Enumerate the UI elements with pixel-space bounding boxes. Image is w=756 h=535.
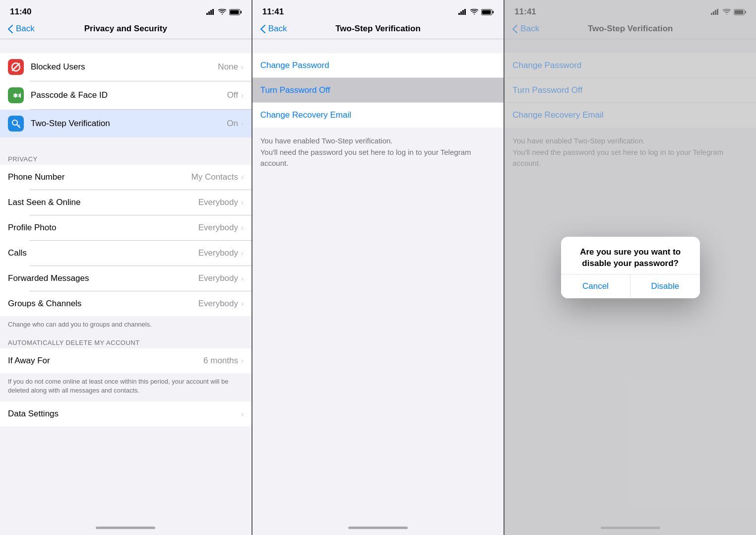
two-step-row[interactable]: Two-Step Verification On › — [0, 110, 252, 137]
groups-footer: Change who can add you to groups and cha… — [0, 316, 252, 335]
phone-number-label: Phone Number — [8, 172, 191, 182]
chevron-phone: › — [241, 173, 244, 181]
last-seen-label: Last Seen & Online — [8, 198, 198, 207]
if-away-row[interactable]: If Away For 6 months › — [0, 348, 252, 373]
forwarded-label: Forwarded Messages — [8, 273, 198, 283]
back-button-panel1[interactable]: Back — [8, 24, 35, 34]
two-step-value: On — [227, 119, 238, 129]
svg-rect-18 — [493, 11, 494, 13]
page-title-panel1: Privacy and Security — [84, 24, 167, 34]
dialog-overlay: Are you sure you want to disable your pa… — [504, 0, 756, 535]
back-label-panel1: Back — [16, 24, 35, 34]
if-away-value: 6 months — [203, 356, 238, 366]
back-button-panel2[interactable]: Back — [260, 24, 287, 34]
change-recovery-email-label: Change Recovery Email — [260, 110, 351, 120]
dialog-title: Are you sure you want to disable your pa… — [561, 237, 700, 273]
two-step-icon-box — [8, 116, 24, 132]
home-indicator-panel1 — [0, 520, 252, 535]
chevron-last-seen: › — [241, 199, 244, 206]
blocked-users-label: Blocked Users — [31, 62, 218, 72]
svg-rect-16 — [464, 9, 466, 15]
change-password-row[interactable]: Change Password — [252, 53, 504, 78]
phone-number-value: My Contacts — [191, 172, 238, 182]
svg-rect-13 — [458, 13, 460, 15]
data-settings-list: Data Settings › — [0, 401, 252, 426]
profile-photo-label: Profile Photo — [8, 223, 198, 233]
groups-channels-row[interactable]: Groups & Channels Everybody › — [0, 291, 252, 316]
phone-number-row[interactable]: Phone Number My Contacts › — [0, 165, 252, 190]
chevron-photo: › — [241, 224, 244, 232]
page-title-panel2: Two-Step Verification — [335, 24, 421, 34]
separator-nav-panel2 — [252, 39, 504, 39]
calls-value: Everybody — [198, 248, 238, 258]
chevron-away: › — [241, 357, 244, 365]
blocked-users-row[interactable]: Blocked Users None › — [0, 53, 252, 81]
status-icons-panel1 — [206, 9, 242, 15]
auto-delete-list: If Away For 6 months › — [0, 348, 252, 373]
home-indicator-panel2 — [252, 520, 504, 535]
key-icon — [11, 119, 21, 129]
profile-photo-row[interactable]: Profile Photo Everybody › — [0, 215, 252, 240]
two-step-info-panel2: You have enabled Two-Step verification. … — [252, 129, 504, 176]
data-settings-label: Data Settings — [8, 409, 241, 419]
svg-rect-2 — [210, 10, 212, 15]
nav-bar-panel2: Back Two-Step Verification — [252, 20, 504, 39]
time-panel1: 11:40 — [10, 7, 31, 17]
profile-photo-value: Everybody — [198, 223, 238, 233]
calls-row[interactable]: Calls Everybody › — [0, 241, 252, 266]
security-list-group: Blocked Users None › ✱✱ Passcode & Face … — [0, 53, 252, 137]
battery-icon — [229, 9, 242, 15]
confirm-dialog: Are you sure you want to disable your pa… — [561, 237, 700, 298]
last-seen-value: Everybody — [198, 198, 238, 207]
back-label-panel2: Back — [268, 24, 287, 34]
nav-bar-panel1: Back Privacy and Security — [0, 20, 252, 39]
passcode-label: Passcode & Face ID — [31, 90, 227, 100]
forwarded-row[interactable]: Forwarded Messages Everybody › — [0, 266, 252, 291]
svg-rect-19 — [482, 10, 491, 14]
forwarded-value: Everybody — [198, 273, 238, 283]
svg-rect-15 — [462, 10, 464, 15]
svg-rect-6 — [230, 10, 239, 14]
chevron-data: › — [241, 410, 244, 418]
privacy-list: Phone Number My Contacts › Last Seen & O… — [0, 165, 252, 316]
wifi-icon-p2 — [470, 9, 478, 15]
svg-text:✱✱: ✱✱ — [13, 92, 21, 99]
data-settings-row[interactable]: Data Settings › — [0, 401, 252, 426]
change-recovery-email-row[interactable]: Change Recovery Email — [252, 103, 504, 128]
two-step-menu: Change Password Turn Password Off Change… — [252, 53, 504, 128]
chevron-fwd: › — [241, 274, 244, 282]
status-icons-panel2 — [458, 9, 494, 15]
privacy-section-header: PRIVACY — [0, 151, 252, 165]
cancel-button[interactable]: Cancel — [561, 274, 630, 298]
turn-password-off-label: Turn Password Off — [260, 85, 330, 95]
two-step-menu-list: Change Password Turn Password Off Change… — [252, 53, 504, 128]
last-seen-row[interactable]: Last Seen & Online Everybody › — [0, 190, 252, 215]
chevron-passcode: › — [241, 91, 244, 99]
two-step-label: Two-Step Verification — [31, 119, 227, 129]
blocked-users-value: None — [218, 62, 238, 72]
auto-delete-header: AUTOMATICALLY DELETE MY ACCOUNT — [0, 335, 252, 348]
panel-privacy-security: 11:40 — [0, 0, 252, 535]
svg-rect-5 — [241, 11, 242, 13]
chevron-calls: › — [241, 249, 244, 257]
chevron-two-step: › — [241, 120, 244, 128]
auto-delete-footer: If you do not come online at least once … — [0, 373, 252, 401]
passcode-row[interactable]: ✱✱ Passcode & Face ID Off › — [0, 81, 252, 109]
disable-button[interactable]: Disable — [630, 274, 700, 298]
blocked-users-icon-box — [8, 59, 24, 75]
status-bar-panel2: 11:41 — [252, 0, 504, 20]
turn-password-off-row[interactable]: Turn Password Off — [252, 78, 504, 103]
svg-rect-14 — [460, 11, 462, 15]
change-password-label: Change Password — [260, 61, 329, 70]
wifi-icon — [218, 9, 226, 15]
panel-two-step: 11:41 Back T — [252, 0, 504, 535]
panel-two-step-dialog: 11:41 Back T — [504, 0, 756, 535]
passcode-value: Off — [227, 90, 238, 100]
signal-icon — [206, 9, 215, 15]
dialog-actions: Cancel Disable — [561, 274, 700, 298]
security-list: Blocked Users None › ✱✱ Passcode & Face … — [0, 53, 252, 137]
battery-icon-p2 — [481, 9, 494, 15]
signal-icon-p2 — [458, 9, 467, 15]
groups-label: Groups & Channels — [8, 299, 198, 309]
blocked-icon — [11, 62, 21, 72]
